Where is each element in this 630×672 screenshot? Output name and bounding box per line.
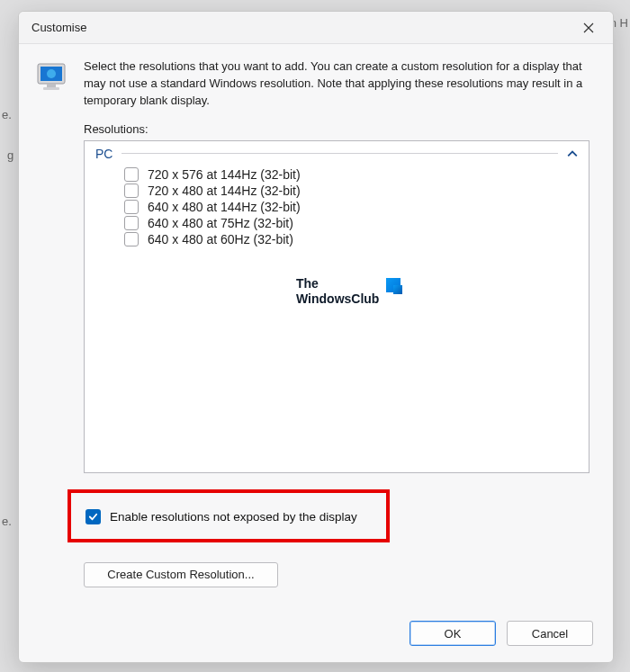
watermark-line: WindowsClub: [296, 291, 379, 308]
group-divider: [122, 153, 558, 154]
chevron-up-icon[interactable]: [567, 148, 578, 159]
resolution-item[interactable]: 640 x 480 at 60Hz (32-bit): [124, 231, 589, 247]
resolution-item[interactable]: 640 x 480 at 75Hz (32-bit): [124, 215, 589, 231]
button-label: Cancel: [532, 627, 568, 641]
bg-fragment: e.: [2, 108, 12, 121]
highlight-annotation: Enable resolutions not exposed by the di…: [68, 489, 390, 542]
titlebar: Customise: [19, 12, 613, 44]
svg-point-2: [47, 69, 56, 78]
resolutions-listbox[interactable]: PC 720 x 576 at 144Hz (32-bit) 720 x 480…: [84, 140, 590, 473]
watermark: The WindowsClub: [296, 276, 400, 308]
resolution-group-header[interactable]: PC: [85, 141, 589, 165]
checkbox-icon[interactable]: [124, 167, 139, 182]
checkbox-icon[interactable]: [124, 232, 139, 246]
checkbox-checked-icon[interactable]: [86, 509, 101, 524]
resolution-text: 640 x 480 at 144Hz (32-bit): [148, 200, 301, 214]
watermark-logo-icon: [386, 278, 400, 292]
watermark-text: The WindowsClub: [296, 276, 379, 308]
monitor-icon: [35, 60, 71, 96]
dialog-title: Customise: [32, 21, 573, 34]
watermark-line: The: [296, 276, 379, 292]
resolution-text: 720 x 480 at 144Hz (32-bit): [148, 184, 301, 198]
resolution-text: 720 x 576 at 144Hz (32-bit): [148, 167, 301, 182]
resolution-item[interactable]: 720 x 480 at 144Hz (32-bit): [124, 183, 589, 199]
resolution-item[interactable]: 720 x 576 at 144Hz (32-bit): [124, 166, 589, 183]
enable-resolutions-row[interactable]: Enable resolutions not exposed by the di…: [86, 509, 372, 524]
bg-fragment: g: [7, 148, 14, 162]
resolution-item[interactable]: 640 x 480 at 144Hz (32-bit): [124, 199, 589, 215]
svg-rect-4: [43, 87, 59, 90]
intro-text: Select the resolutions that you want to …: [84, 58, 597, 110]
checkbox-icon[interactable]: [124, 216, 139, 230]
button-label: Create Custom Resolution...: [107, 568, 254, 581]
checkbox-icon[interactable]: [124, 200, 139, 214]
resolution-group-name: PC: [95, 147, 112, 161]
resolutions-label: Resolutions:: [84, 122, 597, 136]
cancel-button[interactable]: Cancel: [507, 621, 593, 646]
create-custom-resolution-button[interactable]: Create Custom Resolution...: [84, 562, 278, 587]
enable-resolutions-label: Enable resolutions not exposed by the di…: [110, 510, 357, 524]
resolution-list: 720 x 576 at 144Hz (32-bit) 720 x 480 at…: [85, 165, 589, 247]
bg-fragment: e.: [2, 515, 12, 528]
close-icon: [583, 22, 594, 33]
resolution-text: 640 x 480 at 60Hz (32-bit): [148, 232, 293, 246]
intro-row: Select the resolutions that you want to …: [35, 58, 597, 110]
customise-dialog: Customise Select the resolutions that yo…: [18, 11, 614, 663]
button-label: OK: [445, 627, 462, 641]
dialog-content: Select the resolutions that you want to …: [19, 44, 613, 604]
dialog-footer: OK Cancel: [410, 621, 593, 646]
ok-button[interactable]: OK: [410, 621, 496, 646]
svg-rect-3: [47, 84, 56, 87]
resolution-text: 640 x 480 at 75Hz (32-bit): [148, 216, 293, 230]
close-button[interactable]: [573, 15, 604, 40]
checkbox-icon[interactable]: [124, 184, 139, 198]
